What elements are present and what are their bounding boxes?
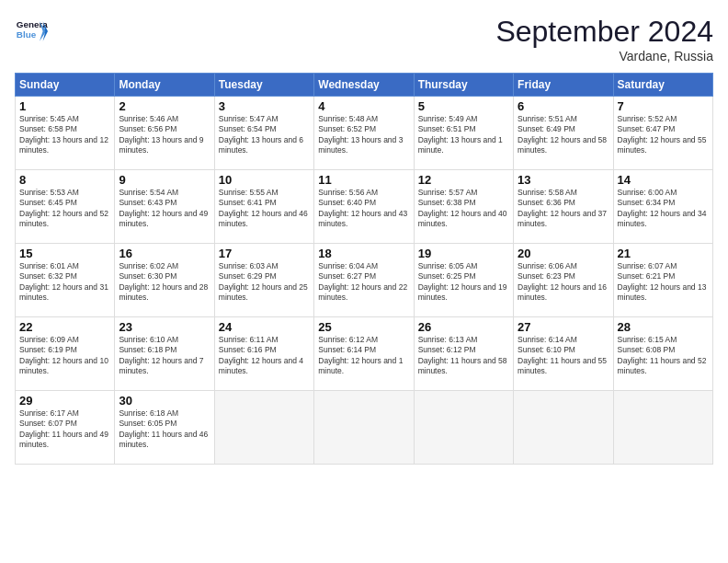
col-wednesday: Wednesday: [314, 74, 414, 97]
day-number: 15: [19, 247, 110, 260]
day-number: 24: [219, 320, 310, 334]
day-info: Sunrise: 5:55 AMSunset: 6:41 PMDaylight:…: [219, 188, 310, 230]
day-info: Sunrise: 6:17 AMSunset: 6:07 PMDaylight:…: [19, 408, 110, 451]
day-info: Sunrise: 6:04 AMSunset: 6:27 PMDaylight:…: [318, 261, 409, 304]
day-info: Sunrise: 5:46 AMSunset: 6:56 PMDaylight:…: [119, 114, 210, 156]
table-cell: 1Sunrise: 5:45 AMSunset: 6:58 PMDaylight…: [16, 97, 115, 170]
table-cell: 5Sunrise: 5:49 AMSunset: 6:51 PMDaylight…: [414, 97, 513, 170]
table-cell: [613, 391, 712, 465]
day-info: Sunrise: 6:10 AMSunset: 6:18 PMDaylight:…: [119, 335, 210, 377]
table-cell: 3Sunrise: 5:47 AMSunset: 6:54 PMDaylight…: [214, 97, 313, 170]
table-row: 8Sunrise: 5:53 AMSunset: 6:45 PMDaylight…: [16, 170, 713, 244]
col-saturday: Saturday: [613, 74, 712, 97]
table-row: 29Sunrise: 6:17 AMSunset: 6:07 PMDayligh…: [16, 391, 713, 465]
day-info: Sunrise: 5:47 AMSunset: 6:54 PMDaylight:…: [219, 114, 310, 156]
day-info: Sunrise: 6:03 AMSunset: 6:29 PMDaylight:…: [219, 261, 310, 304]
col-sunday: Sunday: [16, 74, 115, 97]
month-title: September 2024: [495, 15, 713, 49]
table-cell: 22Sunrise: 6:09 AMSunset: 6:19 PMDayligh…: [16, 317, 115, 391]
svg-text:Blue: Blue: [17, 29, 37, 40]
day-number: 2: [119, 99, 210, 113]
day-number: 12: [418, 173, 509, 187]
table-cell: [214, 391, 313, 465]
day-number: 17: [219, 247, 310, 260]
table-cell: 13Sunrise: 5:58 AMSunset: 6:36 PMDayligh…: [514, 170, 613, 244]
day-info: Sunrise: 6:15 AMSunset: 6:08 PMDaylight:…: [618, 335, 709, 377]
col-friday: Friday: [514, 74, 613, 97]
day-info: Sunrise: 6:01 AMSunset: 6:32 PMDaylight:…: [19, 261, 110, 304]
table-cell: 28Sunrise: 6:15 AMSunset: 6:08 PMDayligh…: [613, 317, 712, 391]
day-info: Sunrise: 5:58 AMSunset: 6:36 PMDaylight:…: [518, 188, 609, 230]
day-number: 6: [518, 99, 609, 113]
day-number: 29: [19, 394, 110, 408]
day-info: Sunrise: 5:56 AMSunset: 6:40 PMDaylight:…: [318, 188, 409, 230]
table-cell: 9Sunrise: 5:54 AMSunset: 6:43 PMDaylight…: [115, 170, 214, 244]
table-cell: 26Sunrise: 6:13 AMSunset: 6:12 PMDayligh…: [414, 317, 513, 391]
header: General Blue September 2024 Vardane, Rus…: [15, 15, 713, 63]
day-info: Sunrise: 5:51 AMSunset: 6:49 PMDaylight:…: [518, 114, 609, 156]
day-info: Sunrise: 5:49 AMSunset: 6:51 PMDaylight:…: [418, 114, 509, 156]
day-number: 30: [119, 394, 210, 408]
day-number: 23: [119, 320, 210, 334]
table-cell: 24Sunrise: 6:11 AMSunset: 6:16 PMDayligh…: [214, 317, 313, 391]
table-cell: [414, 391, 513, 465]
day-info: Sunrise: 6:18 AMSunset: 6:05 PMDaylight:…: [119, 408, 210, 451]
table-cell: 4Sunrise: 5:48 AMSunset: 6:52 PMDaylight…: [314, 97, 414, 170]
col-tuesday: Tuesday: [214, 74, 313, 97]
day-info: Sunrise: 6:11 AMSunset: 6:16 PMDaylight:…: [219, 335, 310, 377]
location: Vardane, Russia: [495, 49, 713, 63]
day-number: 1: [19, 99, 110, 113]
day-number: 28: [618, 320, 709, 334]
table-cell: 11Sunrise: 5:56 AMSunset: 6:40 PMDayligh…: [314, 170, 414, 244]
day-info: Sunrise: 6:13 AMSunset: 6:12 PMDaylight:…: [418, 335, 509, 377]
day-number: 19: [418, 247, 509, 260]
day-info: Sunrise: 6:12 AMSunset: 6:14 PMDaylight:…: [318, 335, 409, 377]
table-cell: 23Sunrise: 6:10 AMSunset: 6:18 PMDayligh…: [115, 317, 214, 391]
table-cell: 29Sunrise: 6:17 AMSunset: 6:07 PMDayligh…: [16, 391, 115, 465]
table-cell: 27Sunrise: 6:14 AMSunset: 6:10 PMDayligh…: [514, 317, 613, 391]
calendar-table: Sunday Monday Tuesday Wednesday Thursday…: [15, 73, 713, 465]
table-cell: 21Sunrise: 6:07 AMSunset: 6:21 PMDayligh…: [613, 244, 712, 317]
day-info: Sunrise: 5:57 AMSunset: 6:38 PMDaylight:…: [418, 188, 509, 230]
day-number: 9: [119, 173, 210, 187]
day-number: 20: [518, 247, 609, 260]
day-info: Sunrise: 5:48 AMSunset: 6:52 PMDaylight:…: [318, 114, 409, 156]
table-row: 1Sunrise: 5:45 AMSunset: 6:58 PMDaylight…: [16, 97, 713, 170]
day-number: 18: [318, 247, 409, 260]
table-cell: 30Sunrise: 6:18 AMSunset: 6:05 PMDayligh…: [115, 391, 214, 465]
logo: General Blue: [15, 15, 48, 48]
table-cell: 6Sunrise: 5:51 AMSunset: 6:49 PMDaylight…: [514, 97, 613, 170]
day-number: 13: [518, 173, 609, 187]
table-cell: [514, 391, 613, 465]
header-row: Sunday Monday Tuesday Wednesday Thursday…: [16, 74, 713, 97]
day-info: Sunrise: 5:52 AMSunset: 6:47 PMDaylight:…: [618, 114, 709, 156]
day-number: 11: [318, 173, 409, 187]
day-number: 8: [19, 173, 110, 187]
table-cell: 19Sunrise: 6:05 AMSunset: 6:25 PMDayligh…: [414, 244, 513, 317]
table-cell: 8Sunrise: 5:53 AMSunset: 6:45 PMDaylight…: [16, 170, 115, 244]
col-monday: Monday: [115, 74, 214, 97]
title-block: September 2024 Vardane, Russia: [495, 15, 713, 63]
day-number: 16: [119, 247, 210, 260]
day-number: 22: [19, 320, 110, 334]
table-cell: 20Sunrise: 6:06 AMSunset: 6:23 PMDayligh…: [514, 244, 613, 317]
table-row: 22Sunrise: 6:09 AMSunset: 6:19 PMDayligh…: [16, 317, 713, 391]
day-info: Sunrise: 6:06 AMSunset: 6:23 PMDaylight:…: [518, 261, 609, 304]
table-cell: 18Sunrise: 6:04 AMSunset: 6:27 PMDayligh…: [314, 244, 414, 317]
day-number: 21: [618, 247, 709, 260]
table-cell: 17Sunrise: 6:03 AMSunset: 6:29 PMDayligh…: [214, 244, 313, 317]
table-cell: 14Sunrise: 6:00 AMSunset: 6:34 PMDayligh…: [613, 170, 712, 244]
table-cell: 7Sunrise: 5:52 AMSunset: 6:47 PMDaylight…: [613, 97, 712, 170]
day-info: Sunrise: 6:09 AMSunset: 6:19 PMDaylight:…: [19, 335, 110, 377]
day-number: 14: [618, 173, 709, 187]
table-cell: 10Sunrise: 5:55 AMSunset: 6:41 PMDayligh…: [214, 170, 313, 244]
day-number: 5: [418, 99, 509, 113]
day-number: 4: [318, 99, 409, 113]
col-thursday: Thursday: [414, 74, 513, 97]
calendar-page: General Blue September 2024 Vardane, Rus…: [0, 0, 728, 563]
day-info: Sunrise: 5:53 AMSunset: 6:45 PMDaylight:…: [19, 188, 110, 230]
table-row: 15Sunrise: 6:01 AMSunset: 6:32 PMDayligh…: [16, 244, 713, 317]
table-cell: 16Sunrise: 6:02 AMSunset: 6:30 PMDayligh…: [115, 244, 214, 317]
day-number: 26: [418, 320, 509, 334]
table-cell: 25Sunrise: 6:12 AMSunset: 6:14 PMDayligh…: [314, 317, 414, 391]
